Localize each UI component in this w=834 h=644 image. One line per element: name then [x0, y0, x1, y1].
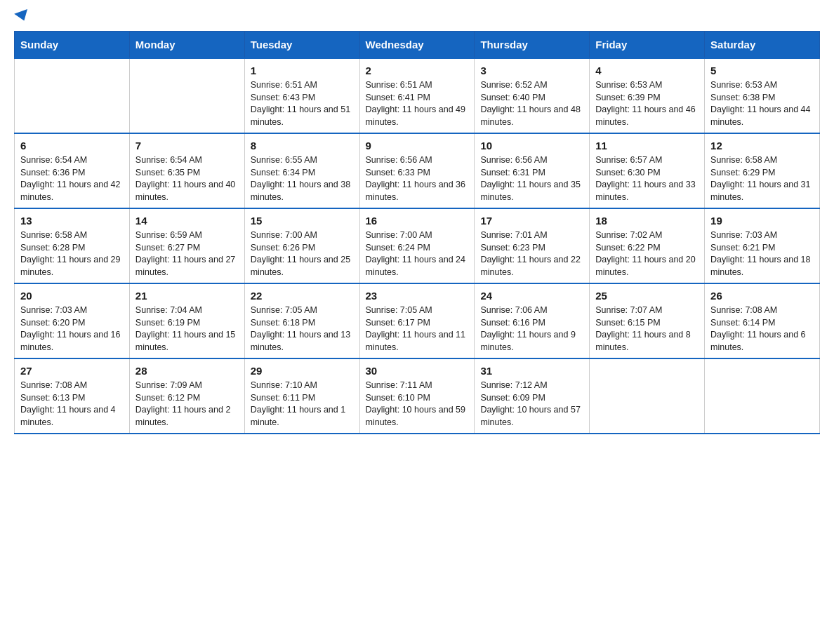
logo-triangle-icon	[14, 9, 31, 23]
sunset-text: Sunset: 6:31 PM	[480, 168, 545, 177]
sunset-text: Sunset: 6:36 PM	[20, 168, 85, 177]
day-number: 1	[251, 63, 354, 78]
sunset-text: Sunset: 6:39 PM	[595, 93, 660, 102]
day-number: 4	[595, 63, 699, 78]
sunset-text: Sunset: 6:15 PM	[595, 318, 660, 328]
day-number: 27	[20, 363, 124, 378]
daylight-text: Daylight: 11 hours and 13 minutes.	[251, 330, 350, 352]
calendar-cell: 3Sunrise: 6:52 AMSunset: 6:40 PMDaylight…	[475, 58, 590, 133]
sunrise-text: Sunrise: 6:54 AM	[20, 155, 87, 165]
calendar-cell: 12Sunrise: 6:58 AMSunset: 6:29 PMDayligh…	[705, 133, 820, 208]
day-number: 9	[366, 138, 469, 153]
sunset-text: Sunset: 6:21 PM	[710, 243, 775, 253]
day-number: 20	[20, 288, 124, 303]
calendar-cell: 20Sunrise: 7:03 AMSunset: 6:20 PMDayligh…	[15, 283, 130, 358]
sunset-text: Sunset: 6:24 PM	[366, 243, 430, 253]
sunrise-text: Sunrise: 7:03 AM	[710, 230, 777, 240]
sunrise-text: Sunrise: 7:12 AM	[480, 380, 547, 390]
day-number: 11	[595, 138, 699, 153]
day-number: 3	[480, 63, 583, 78]
sunset-text: Sunset: 6:09 PM	[480, 393, 545, 403]
day-number: 28	[135, 363, 239, 378]
daylight-text: Daylight: 11 hours and 9 minutes.	[480, 330, 576, 352]
calendar-cell: 1Sunrise: 6:51 AMSunset: 6:43 PMDaylight…	[244, 58, 359, 133]
sunrise-text: Sunrise: 6:51 AM	[366, 80, 432, 90]
calendar-week-row: 20Sunrise: 7:03 AMSunset: 6:20 PMDayligh…	[15, 283, 820, 358]
sunset-text: Sunset: 6:13 PM	[20, 393, 85, 403]
sunrise-text: Sunrise: 6:53 AM	[710, 80, 777, 90]
sunset-text: Sunset: 6:28 PM	[20, 243, 85, 253]
daylight-text: Daylight: 11 hours and 4 minutes.	[20, 405, 116, 427]
sunrise-text: Sunrise: 7:01 AM	[480, 230, 547, 240]
sunset-text: Sunset: 6:16 PM	[480, 318, 545, 328]
sunrise-text: Sunrise: 7:06 AM	[480, 305, 547, 315]
calendar-cell	[129, 58, 244, 133]
daylight-text: Daylight: 10 hours and 59 minutes.	[366, 405, 465, 427]
sunrise-text: Sunrise: 7:07 AM	[595, 305, 662, 315]
sunset-text: Sunset: 6:43 PM	[251, 93, 315, 102]
calendar-table: SundayMondayTuesdayWednesdayThursdayFrid…	[14, 31, 820, 434]
daylight-text: Daylight: 11 hours and 44 minutes.	[710, 105, 810, 127]
sunset-text: Sunset: 6:40 PM	[480, 93, 545, 102]
calendar-cell	[15, 58, 130, 133]
sunset-text: Sunset: 6:26 PM	[251, 243, 315, 253]
daylight-text: Daylight: 11 hours and 42 minutes.	[20, 180, 120, 202]
calendar-cell: 18Sunrise: 7:02 AMSunset: 6:22 PMDayligh…	[590, 208, 705, 283]
sunrise-text: Sunrise: 6:54 AM	[135, 155, 202, 165]
calendar-header-sunday: Sunday	[15, 32, 130, 59]
sunset-text: Sunset: 6:11 PM	[251, 393, 315, 403]
day-number: 23	[366, 288, 469, 303]
day-number: 19	[710, 213, 814, 228]
daylight-text: Daylight: 11 hours and 35 minutes.	[480, 180, 580, 202]
daylight-text: Daylight: 11 hours and 6 minutes.	[710, 330, 806, 352]
daylight-text: Daylight: 11 hours and 15 minutes.	[135, 330, 235, 352]
daylight-text: Daylight: 11 hours and 20 minutes.	[595, 255, 695, 277]
day-number: 5	[710, 63, 814, 78]
sunset-text: Sunset: 6:35 PM	[135, 168, 200, 177]
daylight-text: Daylight: 11 hours and 24 minutes.	[366, 255, 465, 277]
daylight-text: Daylight: 11 hours and 25 minutes.	[251, 255, 350, 277]
calendar-cell: 5Sunrise: 6:53 AMSunset: 6:38 PMDaylight…	[705, 58, 820, 133]
sunrise-text: Sunrise: 6:59 AM	[135, 230, 202, 240]
daylight-text: Daylight: 11 hours and 22 minutes.	[480, 255, 580, 277]
calendar-cell	[705, 358, 820, 434]
calendar-cell: 15Sunrise: 7:00 AMSunset: 6:26 PMDayligh…	[244, 208, 359, 283]
sunset-text: Sunset: 6:22 PM	[595, 243, 660, 253]
calendar-cell: 9Sunrise: 6:56 AMSunset: 6:33 PMDaylight…	[359, 133, 475, 208]
sunrise-text: Sunrise: 6:58 AM	[710, 155, 777, 165]
calendar-cell: 24Sunrise: 7:06 AMSunset: 6:16 PMDayligh…	[475, 283, 590, 358]
daylight-text: Daylight: 11 hours and 16 minutes.	[20, 330, 120, 352]
calendar-cell: 14Sunrise: 6:59 AMSunset: 6:27 PMDayligh…	[129, 208, 244, 283]
calendar-cell: 23Sunrise: 7:05 AMSunset: 6:17 PMDayligh…	[359, 283, 475, 358]
calendar-cell: 8Sunrise: 6:55 AMSunset: 6:34 PMDaylight…	[244, 133, 359, 208]
sunrise-text: Sunrise: 7:09 AM	[135, 380, 202, 390]
logo	[14, 14, 29, 24]
calendar-header-tuesday: Tuesday	[244, 32, 359, 59]
day-number: 16	[366, 213, 469, 228]
sunset-text: Sunset: 6:17 PM	[366, 318, 430, 328]
sunrise-text: Sunrise: 6:53 AM	[595, 80, 662, 90]
calendar-cell: 10Sunrise: 6:56 AMSunset: 6:31 PMDayligh…	[475, 133, 590, 208]
calendar-header-monday: Monday	[129, 32, 244, 59]
sunset-text: Sunset: 6:14 PM	[710, 318, 775, 328]
calendar-week-row: 6Sunrise: 6:54 AMSunset: 6:36 PMDaylight…	[15, 133, 820, 208]
sunrise-text: Sunrise: 6:52 AM	[480, 80, 547, 90]
calendar-cell: 16Sunrise: 7:00 AMSunset: 6:24 PMDayligh…	[359, 208, 475, 283]
calendar-cell: 30Sunrise: 7:11 AMSunset: 6:10 PMDayligh…	[359, 358, 475, 434]
calendar-week-row: 13Sunrise: 6:58 AMSunset: 6:28 PMDayligh…	[15, 208, 820, 283]
day-number: 2	[366, 63, 469, 78]
calendar-cell: 7Sunrise: 6:54 AMSunset: 6:35 PMDaylight…	[129, 133, 244, 208]
day-number: 12	[710, 138, 814, 153]
daylight-text: Daylight: 11 hours and 49 minutes.	[366, 105, 465, 127]
calendar-cell: 17Sunrise: 7:01 AMSunset: 6:23 PMDayligh…	[475, 208, 590, 283]
sunrise-text: Sunrise: 6:51 AM	[251, 80, 317, 90]
daylight-text: Daylight: 11 hours and 1 minute.	[251, 405, 346, 427]
sunrise-text: Sunrise: 7:08 AM	[710, 305, 777, 315]
sunrise-text: Sunrise: 7:08 AM	[20, 380, 87, 390]
sunrise-text: Sunrise: 6:57 AM	[595, 155, 662, 165]
sunset-text: Sunset: 6:20 PM	[20, 318, 85, 328]
daylight-text: Daylight: 11 hours and 33 minutes.	[595, 180, 695, 202]
sunrise-text: Sunrise: 7:02 AM	[595, 230, 662, 240]
calendar-cell: 29Sunrise: 7:10 AMSunset: 6:11 PMDayligh…	[244, 358, 359, 434]
daylight-text: Daylight: 11 hours and 46 minutes.	[595, 105, 695, 127]
